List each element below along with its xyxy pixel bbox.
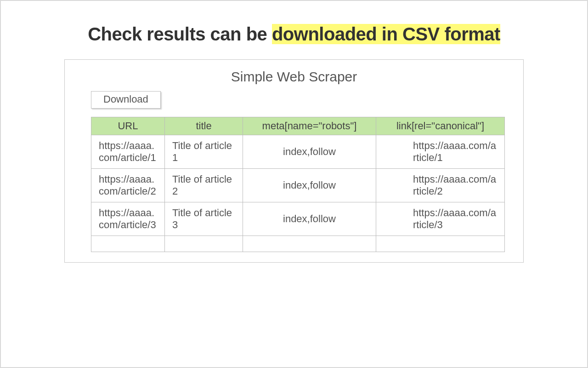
cell-title: Title of article 3 [165,202,243,236]
th-title: title [165,117,243,135]
cell-empty [165,236,243,252]
cell-robots: index,follow [243,202,376,236]
table-row-empty [91,236,505,252]
download-button[interactable]: Download [91,91,161,109]
cell-canonical: https://aaaa.com/article/3 [376,202,505,236]
heading-highlight: downloaded in CSV format [272,24,500,44]
cell-url: https://aaaa.com/article/3 [91,202,165,236]
table-header-row: URL title meta[name="robots"] link[rel="… [91,117,505,135]
page-heading: Check results can be downloaded in CSV f… [1,24,587,45]
cell-canonical: https://aaaa.com/article/2 [376,169,505,202]
th-robots: meta[name="robots"] [243,117,376,135]
th-url: URL [91,117,165,135]
cell-robots: index,follow [243,169,376,202]
cell-empty [243,236,376,252]
table-row: https://aaaa.com/article/1 Title of arti… [91,135,505,169]
cell-empty [91,236,165,252]
cell-title: Title of article 2 [165,169,243,202]
cell-title: Title of article 1 [165,135,243,169]
table-row: https://aaaa.com/article/2 Title of arti… [91,169,505,202]
heading-prefix: Check results can be [88,24,272,44]
cell-empty [376,236,505,252]
th-canonical: link[rel="canonical"] [376,117,505,135]
cell-url: https://aaaa.com/article/2 [91,169,165,202]
scraper-panel: Simple Web Scraper Download URL title me… [64,59,524,263]
cell-robots: index,follow [243,135,376,169]
cell-canonical: https://aaaa.com/article/1 [376,135,505,169]
panel-title: Simple Web Scraper [65,69,523,85]
table-row: https://aaaa.com/article/3 Title of arti… [91,202,505,236]
results-table: URL title meta[name="robots"] link[rel="… [91,117,505,252]
cell-url: https://aaaa.com/article/1 [91,135,165,169]
